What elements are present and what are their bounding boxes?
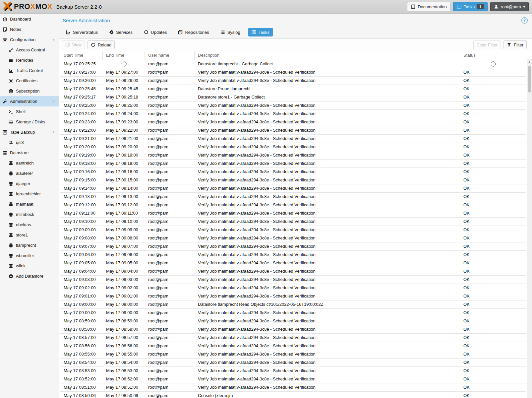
sidebar-item-shell[interactable]: Shell — [0, 106, 59, 117]
filter-button[interactable]: Filter — [503, 40, 527, 49]
table-row[interactable]: May 17 08:55:00 May 17 08:55:00 root@pam… — [60, 350, 526, 359]
cell-user-name: root@pam — [145, 168, 195, 176]
vertical-scrollbar[interactable]: ▲ — [527, 59, 532, 398]
table-row[interactable]: May 17 09:18:00 May 17 09:18:00 root@pam… — [60, 160, 526, 168]
scrollbar-thumb[interactable] — [528, 66, 531, 93]
table-row[interactable]: May 17 09:12:00 May 17 09:12:00 root@pam… — [60, 201, 526, 209]
view-button[interactable]: View — [62, 40, 85, 49]
sidebar-item-add-datastore[interactable]: Add Datastore — [0, 271, 59, 281]
sidebar-item-fgruenbichler[interactable]: fgruenbichler — [0, 189, 59, 199]
sidebar-item-notes[interactable]: Notes — [0, 24, 59, 34]
sidebar-item-wbumiller[interactable]: wbumiller — [0, 250, 59, 261]
cell-end-time: May 17 09:00:00 — [103, 309, 145, 317]
cell-description: Verify Job malmalat:v-afaad294-3c8e - Sc… — [195, 325, 460, 333]
reload-button[interactable]: Reload — [88, 40, 115, 49]
caret-down-icon[interactable]: ▾ — [52, 99, 54, 103]
table-row[interactable]: May 17 09:15:00 May 17 09:15:00 root@pam… — [60, 176, 526, 184]
table-row[interactable]: May 17 09:19:00 May 17 09:19:00 root@pam… — [60, 151, 526, 160]
sidebar-item-access-control[interactable]: Access Control — [0, 45, 59, 55]
scrollbar-up-arrow-icon[interactable]: ▲ — [527, 59, 532, 64]
sidebar-item-subscription[interactable]: Subscription — [0, 86, 59, 96]
tab-syslog[interactable]: Syslog — [217, 28, 244, 36]
table-row[interactable]: May 17 08:52:00 May 17 08:52:00 root@pam… — [60, 375, 526, 383]
table-row[interactable]: May 17 09:06:00 May 17 09:06:00 root@pam… — [60, 251, 526, 259]
table-row[interactable]: May 17 09:02:00 May 17 09:02:00 root@pam… — [60, 284, 526, 292]
sidebar-item-tape-backup[interactable]: Tape Backup ▾ — [0, 127, 59, 137]
sidebar-item-mlimbeck[interactable]: mlimbeck — [0, 209, 59, 220]
table-row[interactable]: May 17 09:09:00 May 17 09:09:00 root@pam… — [60, 226, 526, 234]
table-row[interactable]: May 17 09:07:00 May 17 09:07:00 root@pam… — [60, 242, 526, 251]
column-header-status[interactable]: Status — [460, 51, 526, 60]
column-header-start-time[interactable]: Start Time — [60, 51, 103, 60]
table-row[interactable]: May 17 08:50:06 May 17 08:50:09 root@pam… — [60, 392, 526, 398]
table-row[interactable]: May 17 09:01:00 May 17 09:01:00 root@pam… — [60, 292, 526, 300]
tasks-button[interactable]: Tasks 1 — [453, 2, 488, 11]
tab-repositories[interactable]: Repositories — [175, 28, 212, 36]
user-menu-button[interactable]: root@pam ▾ — [490, 2, 529, 11]
sidebar-item-qsl3[interactable]: qsl3 — [0, 137, 59, 148]
table-row[interactable]: May 17 08:54:00 May 17 08:54:00 root@pam… — [60, 359, 526, 367]
table-row[interactable]: May 17 09:25:25 root@pam Datastore tlamp… — [60, 60, 526, 68]
table-row[interactable]: May 17 09:04:00 May 17 09:04:00 root@pam… — [60, 267, 526, 276]
table-row[interactable]: May 17 09:13:00 May 17 09:13:00 root@pam… — [60, 193, 526, 201]
table-row[interactable]: May 17 09:22:00 May 17 09:22:00 root@pam… — [60, 126, 526, 135]
caret-down-icon[interactable]: ▾ — [52, 37, 54, 42]
documentation-button[interactable]: Documentation — [407, 2, 450, 11]
caret-down-icon[interactable]: ▾ — [52, 130, 54, 134]
column-header-user-name[interactable]: User name — [145, 51, 195, 60]
sidebar-item-store1[interactable]: store1 — [0, 230, 59, 240]
table-row[interactable]: May 17 09:24:00 May 17 09:24:00 root@pam… — [60, 110, 526, 118]
table-row[interactable]: May 17 08:53:00 May 17 08:53:00 root@pam… — [60, 367, 526, 375]
tab-tasks[interactable]: Tasks — [248, 28, 273, 36]
sidebar-item-alauterer[interactable]: alauterer — [0, 168, 59, 178]
sidebar-item-djaeger[interactable]: djaeger — [0, 178, 59, 189]
table-row[interactable]: May 17 09:00:00 May 17 09:00:00 root@pam… — [60, 300, 526, 309]
table-row[interactable]: May 17 09:10:00 May 17 09:10:00 root@pam… — [60, 218, 526, 226]
tab-services[interactable]: Services — [106, 28, 136, 36]
table-row[interactable]: May 17 09:05:00 May 17 09:05:00 root@pam… — [60, 259, 526, 267]
table-row[interactable]: May 17 09:20:00 May 17 09:20:00 root@pam… — [60, 143, 526, 151]
sidebar-item-administration[interactable]: Administration ▾ — [0, 96, 59, 106]
table-row[interactable]: May 17 09:21:00 May 17 09:21:00 root@pam… — [60, 135, 526, 143]
table-row[interactable]: May 17 08:57:00 May 17 08:57:00 root@pam… — [60, 334, 526, 342]
table-row[interactable]: May 17 09:25:45 May 17 09:25:45 root@pam… — [60, 85, 526, 93]
main-panel: Server Administration ? ServerStatus Ser… — [59, 14, 532, 398]
tab-serverstatus[interactable]: ServerStatus — [63, 28, 101, 36]
sidebar-item-traffic-control[interactable]: Traffic Control — [0, 65, 59, 76]
table-row[interactable]: May 17 08:59:00 May 17 08:59:00 root@pam… — [60, 317, 526, 325]
table-row[interactable]: May 17 09:11:00 May 17 09:11:00 root@pam… — [60, 209, 526, 218]
sidebar-item-datastore[interactable]: Datastore — [0, 148, 59, 158]
cell-user-name: root@pam — [145, 267, 195, 275]
table-row[interactable]: May 17 09:03:00 May 17 09:03:00 root@pam… — [60, 276, 526, 284]
table-row[interactable]: May 17 09:14:00 May 17 09:14:00 root@pam… — [60, 184, 526, 193]
table-row[interactable]: May 17 08:58:00 May 17 08:58:00 root@pam… — [60, 325, 526, 334]
table-row[interactable]: May 17 09:25:17 May 17 09:25:18 root@pam… — [60, 93, 526, 101]
sidebar-item-dashboard[interactable]: Dashboard — [0, 14, 59, 24]
help-icon[interactable]: ? — [521, 17, 528, 24]
sidebar-item-certificates[interactable]: Certificates — [0, 76, 59, 86]
sidebar-item-remotes[interactable]: Remotes — [0, 55, 59, 65]
sidebar-item-tlamprecht[interactable]: tlamprecht — [0, 240, 59, 250]
column-header-description[interactable]: Description — [195, 51, 460, 60]
clear-filter-button[interactable]: Clear Filter — [473, 40, 501, 49]
sidebar-item-wlink[interactable]: wlink — [0, 261, 59, 271]
sidebar-item-obektas[interactable]: obektas — [0, 220, 59, 230]
table-row[interactable]: May 17 09:00:00 May 17 09:00:00 root@pam… — [60, 309, 526, 317]
table-row[interactable]: May 17 08:51:00 May 17 08:51:00 root@pam… — [60, 383, 526, 392]
tab-updates[interactable]: Updates — [141, 28, 170, 36]
sidebar-item-aantreich[interactable]: aantreich — [0, 158, 59, 168]
table-row[interactable]: May 17 08:56:00 May 17 08:56:00 root@pam… — [60, 342, 526, 350]
table-row[interactable]: May 17 09:16:00 May 17 09:16:00 root@pam… — [60, 168, 526, 176]
cell-start-time: May 17 09:10:00 — [60, 218, 103, 226]
caret-down-icon: ▾ — [523, 5, 525, 9]
sidebar-item-malmalat[interactable]: malmalat — [0, 199, 59, 209]
table-row[interactable]: May 17 09:08:00 May 17 09:08:00 root@pam… — [60, 234, 526, 242]
table-row[interactable]: May 17 09:23:00 May 17 09:23:00 root@pam… — [60, 118, 526, 126]
sidebar-item-storage-disks[interactable]: Storage / Disks — [0, 117, 59, 127]
sidebar-item-configuration[interactable]: Configuration ▾ — [0, 34, 59, 45]
cell-description: Verify Job malmalat:v-afaad294-3c8e - Sc… — [195, 251, 460, 259]
table-row[interactable]: May 17 09:25:00 May 17 09:25:00 root@pam… — [60, 101, 526, 110]
column-header-end-time[interactable]: End Time — [103, 51, 145, 60]
table-row[interactable]: May 17 09:27:00 May 17 09:27:00 root@pam… — [60, 68, 526, 77]
table-row[interactable]: May 17 09:26:00 May 17 09:26:00 root@pam… — [60, 77, 526, 85]
